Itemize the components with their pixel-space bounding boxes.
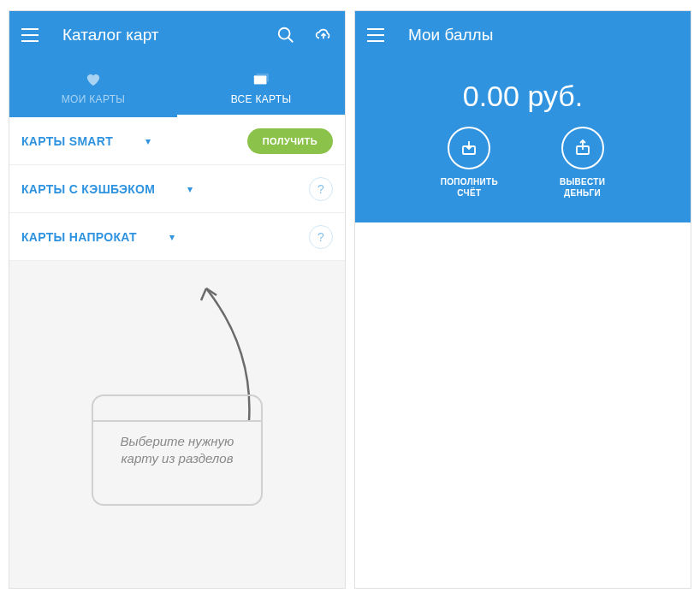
app-header: Мои баллы [355, 11, 691, 59]
empty-state: Выберите нужную карту из разделов [9, 261, 345, 588]
svg-line-1 [288, 38, 294, 43]
content-area [355, 222, 691, 588]
page-title: Мои баллы [408, 26, 679, 44]
heart-icon [84, 71, 103, 88]
app-header: Каталог карт [9, 11, 345, 59]
balance-panel: 0.00 руб. ПОПОЛНИТЬСЧЁТ ВЫВЕСТИДЕНЬГИ [355, 59, 691, 222]
svg-point-0 [279, 28, 290, 39]
empty-hint-text: Выберите нужную карту из разделов [109, 433, 246, 468]
help-icon[interactable]: ? [309, 225, 333, 249]
tab-my-cards[interactable]: МОИ КАРТЫ [9, 59, 177, 117]
withdraw-button[interactable]: ВЫВЕСТИДЕНЬГИ [560, 127, 605, 199]
tabs: МОИ КАРТЫ ВСЕ КАРТЫ [9, 59, 345, 117]
page-title: Каталог карт [62, 26, 276, 44]
header-actions [276, 26, 333, 44]
chevron-down-icon: ▾ [145, 135, 151, 147]
row-title: КАРТЫ SMART [21, 134, 113, 148]
deposit-button[interactable]: ПОПОЛНИТЬСЧЁТ [441, 127, 498, 199]
deposit-icon [448, 127, 490, 169]
category-list: КАРТЫ SMART ▾ ПОЛУЧИТЬ КАРТЫ С КЭШБЭКОМ … [9, 117, 345, 261]
balance-amount: 0.00 руб. [463, 80, 583, 113]
row-title: КАРТЫ НАПРОКАТ [21, 230, 137, 244]
menu-icon[interactable] [367, 26, 386, 44]
row-title: КАРТЫ С КЭШБЭКОМ [21, 182, 155, 196]
get-button[interactable]: ПОЛУЧИТЬ [247, 128, 333, 154]
screen-catalog: Каталог карт МОИ КАРТЫ ВСЕ КАРТЫ КАРТЫ S… [9, 10, 346, 589]
withdraw-icon [561, 127, 604, 169]
cards-icon [252, 71, 270, 88]
row-rent-cards[interactable]: КАРТЫ НАПРОКАТ ▾ ? [9, 213, 345, 261]
menu-icon[interactable] [21, 26, 40, 44]
row-smart-cards[interactable]: КАРТЫ SMART ▾ ПОЛУЧИТЬ [9, 117, 345, 165]
screen-points: Мои баллы 0.00 руб. ПОПОЛНИТЬСЧЁТ ВЫВЕСТ… [354, 10, 691, 589]
cloud-sync-icon[interactable] [314, 26, 333, 44]
search-icon[interactable] [276, 26, 295, 44]
help-icon[interactable]: ? [309, 177, 333, 201]
chevron-down-icon: ▾ [187, 183, 193, 195]
card-placeholder-icon: Выберите нужную карту из разделов [92, 394, 263, 506]
row-cashback-cards[interactable]: КАРТЫ С КЭШБЭКОМ ▾ ? [9, 165, 345, 213]
tab-label: ВСЕ КАРТЫ [231, 93, 292, 105]
svg-rect-4 [254, 75, 266, 84]
chevron-down-icon: ▾ [169, 231, 175, 243]
tab-all-cards[interactable]: ВСЕ КАРТЫ [177, 59, 345, 117]
withdraw-label: ВЫВЕСТИДЕНЬГИ [560, 176, 605, 199]
tab-label: МОИ КАРТЫ [62, 93, 125, 105]
balance-actions: ПОПОЛНИТЬСЧЁТ ВЫВЕСТИДЕНЬГИ [441, 127, 605, 199]
deposit-label: ПОПОЛНИТЬСЧЁТ [441, 176, 498, 199]
